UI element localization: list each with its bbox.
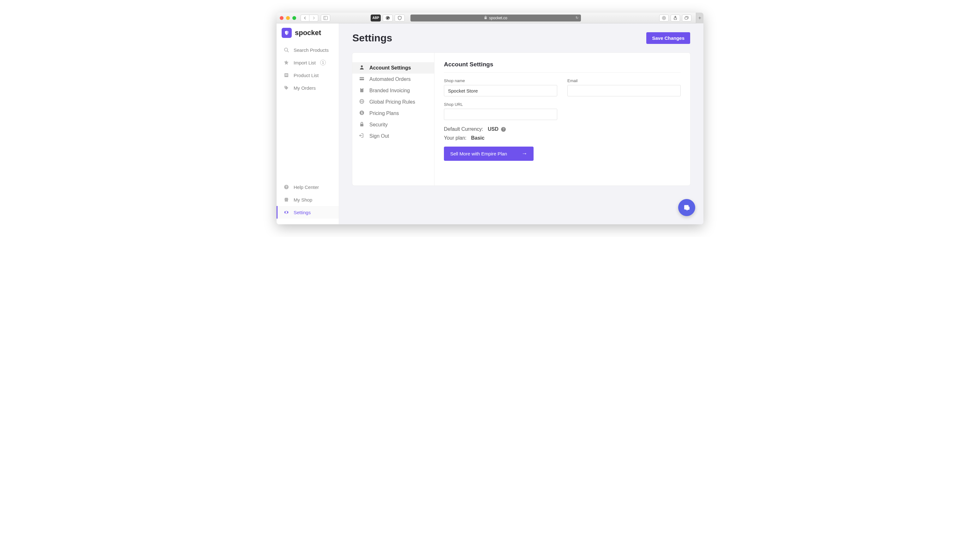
sidebar-item-label: Help Center: [294, 185, 319, 190]
page-title: Settings: [352, 32, 392, 44]
extension-buttons: ABP: [371, 14, 405, 21]
svg-rect-19: [360, 78, 364, 79]
sidebar-nav-top: Search Products Import List 1 Product Li…: [277, 44, 339, 94]
svg-rect-7: [685, 17, 688, 19]
plan-label: Your plan:: [444, 135, 466, 140]
settings-tab-pricing-plans[interactable]: $ Pricing Plans: [352, 108, 434, 119]
sidebar-item-label: My Orders: [294, 85, 316, 91]
settings-tab-account[interactable]: Account Settings: [352, 62, 434, 73]
tabs-button[interactable]: [682, 14, 691, 21]
sidebar-item-label: Settings: [294, 210, 311, 215]
lock-icon: [484, 16, 487, 20]
help-icon: ?: [283, 184, 289, 190]
account-form: Shop name Email Shop URL: [444, 78, 681, 120]
settings-nav: Account Settings Automated Orders Brande…: [352, 53, 434, 185]
settings-tab-branded-invoicing[interactable]: Branded Invoicing: [352, 85, 434, 96]
svg-rect-21: [361, 88, 363, 89]
shop-name-input[interactable]: [444, 85, 557, 96]
star-icon: [283, 60, 289, 65]
shop-url-input[interactable]: [444, 109, 557, 120]
gear-icon: [283, 209, 289, 215]
currency-value: USD: [488, 126, 498, 132]
tag-icon: [283, 85, 289, 91]
settings-tab-security[interactable]: Security: [352, 119, 434, 131]
window-zoom-button[interactable]: [292, 16, 296, 20]
settings-tab-label: Pricing Plans: [369, 110, 399, 116]
upgrade-plan-button[interactable]: Sell More with Empire Plan →: [444, 147, 534, 161]
adblock-extension-button[interactable]: ABP: [371, 14, 381, 21]
sign-out-icon: [359, 133, 365, 139]
window-close-button[interactable]: [280, 16, 283, 20]
email-input[interactable]: [567, 85, 681, 96]
svg-point-17: [361, 65, 363, 67]
list-icon: [283, 72, 289, 78]
settings-tab-label: Global Pricing Rules: [369, 99, 415, 105]
currency-help-icon[interactable]: ?: [501, 127, 506, 132]
sidebar-item-my-orders[interactable]: My Orders: [277, 81, 339, 94]
history-nav: [301, 14, 318, 21]
shop-url-label: Shop URL: [444, 102, 557, 107]
reload-button[interactable]: ↻: [576, 16, 578, 20]
back-button[interactable]: [301, 14, 309, 21]
new-tab-button[interactable]: +: [696, 13, 703, 23]
shop-name-label: Shop name: [444, 78, 557, 83]
sidebar-item-settings[interactable]: Settings: [277, 206, 339, 218]
privacy-shield-button[interactable]: [395, 14, 405, 21]
field-shop-name: Shop name: [444, 78, 557, 96]
address-bar[interactable]: spocket.co ↻: [410, 14, 581, 21]
field-shop-url: Shop URL: [444, 102, 557, 120]
brand-name: spocket: [295, 29, 321, 37]
sidebar-nav-bottom: ? Help Center My Shop Settings: [277, 181, 339, 224]
sidebar-item-import-list[interactable]: Import List 1: [277, 56, 339, 69]
downloads-button[interactable]: [659, 14, 669, 21]
plan-value: Basic: [471, 135, 485, 140]
currency-label: Default Currency:: [444, 126, 484, 132]
svg-rect-3: [485, 17, 487, 19]
browser-right-tools: [659, 14, 691, 21]
card-icon: [359, 76, 365, 83]
sidebar-item-search-products[interactable]: Search Products: [277, 44, 339, 56]
app-root: spocket Search Products Import List 1 Pr…: [277, 23, 703, 224]
chat-icon: [683, 204, 690, 211]
shop-icon: [283, 197, 289, 202]
page-header: Settings Save Changes: [352, 32, 690, 44]
settings-tab-label: Account Settings: [369, 65, 411, 71]
clipboard-icon: [359, 88, 365, 94]
section-heading: Account Settings: [444, 61, 681, 73]
lock-icon: [359, 122, 365, 128]
sidebar-toggle-button[interactable]: [321, 14, 330, 21]
settings-tab-sign-out[interactable]: Sign Out: [352, 131, 434, 142]
sidebar-item-help-center[interactable]: ? Help Center: [277, 181, 339, 193]
upgrade-plan-label: Sell More with Empire Plan: [450, 151, 507, 156]
sidebar-item-label: Product List: [294, 73, 318, 78]
grammarly-extension-button[interactable]: [383, 14, 393, 21]
sidebar-item-my-shop[interactable]: My Shop: [277, 193, 339, 206]
svg-line-9: [287, 51, 289, 52]
main-content: Settings Save Changes Account Settings A…: [339, 23, 703, 224]
brand-logo[interactable]: spocket: [277, 28, 339, 44]
forward-button[interactable]: [309, 14, 318, 21]
person-icon: [359, 65, 365, 71]
settings-tab-label: Sign Out: [369, 133, 389, 139]
url-host: spocket.co: [489, 16, 507, 20]
settings-tab-automated-orders[interactable]: Automated Orders: [352, 73, 434, 85]
sidebar-item-product-list[interactable]: Product List: [277, 69, 339, 81]
svg-rect-16: [285, 200, 288, 202]
share-button[interactable]: [671, 14, 680, 21]
svg-rect-0: [324, 16, 328, 19]
svg-text:?: ?: [285, 185, 287, 189]
dollar-icon: $: [359, 110, 365, 116]
settings-panel: Account Settings Shop name Email Shop UR…: [434, 53, 690, 185]
search-icon: [283, 47, 289, 53]
svg-point-13: [285, 86, 286, 87]
window-minimize-button[interactable]: [286, 16, 290, 20]
svg-text:$: $: [361, 111, 363, 115]
settings-tab-pricing-rules[interactable]: Global Pricing Rules: [352, 96, 434, 108]
svg-rect-12: [285, 75, 288, 76]
settings-tab-label: Security: [369, 122, 388, 128]
window-controls: [280, 16, 296, 20]
sidebar-item-label: My Shop: [294, 197, 312, 202]
field-email: Email: [567, 78, 681, 96]
chat-fab-button[interactable]: [678, 199, 695, 216]
save-changes-button[interactable]: Save Changes: [646, 32, 690, 44]
